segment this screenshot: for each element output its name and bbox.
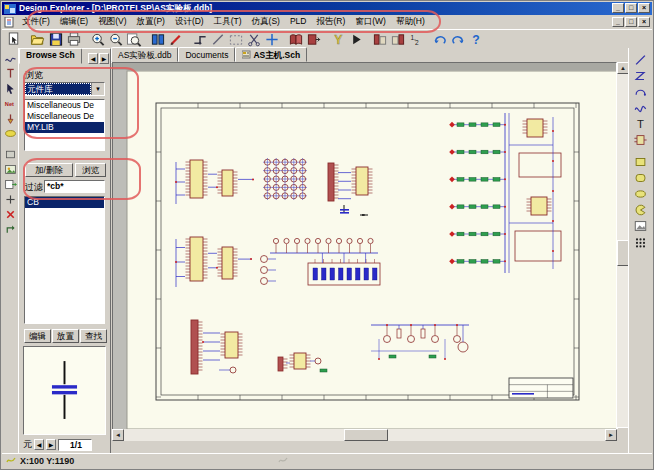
- menu-item-1[interactable]: 编辑(E): [55, 15, 93, 30]
- bezier-icon[interactable]: [633, 101, 648, 115]
- sheet-doc-icon: [242, 50, 251, 59]
- minimize-button[interactable]: _: [612, 3, 624, 13]
- move-icon[interactable]: [264, 32, 280, 47]
- menu-item-6[interactable]: 仿真(S): [247, 15, 285, 30]
- component-list[interactable]: CB: [24, 196, 105, 324]
- zoom-out-icon[interactable]: [108, 32, 124, 47]
- place-component-button[interactable]: 放置: [52, 329, 79, 343]
- title-bar: Design Explorer - [D:\PROTELSP\AS实验板.ddb…: [2, 2, 652, 15]
- child-minimize-button[interactable]: _: [612, 17, 624, 27]
- wire-cross-icon[interactable]: [192, 32, 208, 47]
- list-item[interactable]: CB: [25, 197, 104, 208]
- text-icon[interactable]: T: [633, 117, 648, 131]
- image-icon[interactable]: [4, 163, 17, 176]
- pie-icon[interactable]: [633, 203, 648, 217]
- array-icon[interactable]: [633, 235, 648, 249]
- undo-icon[interactable]: [432, 32, 448, 47]
- wiring-toolbar: Net: [2, 48, 18, 454]
- menu-item-4[interactable]: 设计(D): [170, 15, 209, 30]
- line-tool-icon[interactable]: [633, 53, 648, 67]
- rect-icon[interactable]: [4, 148, 17, 161]
- edit-component-button[interactable]: 编辑: [24, 329, 51, 343]
- close-button[interactable]: ×: [638, 3, 650, 13]
- schematic-canvas[interactable]: [112, 62, 617, 439]
- horizontal-scrollbar[interactable]: ◄ ►: [112, 429, 617, 441]
- lib-b-icon[interactable]: [390, 32, 406, 47]
- list-item[interactable]: Miscellaneous De: [25, 100, 104, 111]
- rect-tool-icon[interactable]: [633, 155, 648, 169]
- doc-pointer-icon[interactable]: [6, 32, 22, 47]
- browse-mode-dropdown[interactable]: 元件库 ▼: [24, 82, 105, 96]
- restore-button[interactable]: □: [625, 3, 637, 13]
- main-toolbar: Y1,2?: [2, 29, 652, 49]
- bus-entry-icon[interactable]: [4, 67, 17, 80]
- port-icon[interactable]: [4, 112, 17, 125]
- lib-a-icon[interactable]: [372, 32, 388, 47]
- part-icon[interactable]: [633, 133, 648, 147]
- rotate-icon[interactable]: [4, 223, 17, 236]
- toolbar-separator: [323, 32, 329, 46]
- browse-library-button[interactable]: 浏览: [75, 163, 106, 177]
- book-next-icon[interactable]: [306, 32, 322, 47]
- delete-icon[interactable]: [4, 208, 17, 221]
- document-icon[interactable]: [4, 17, 15, 28]
- menu-item-3[interactable]: 放置(P): [132, 15, 170, 30]
- status-secondary-icon: [278, 456, 288, 466]
- list-item[interactable]: Miscellaneous De: [25, 111, 104, 122]
- doc-tab-0[interactable]: AS实验板.ddb: [111, 47, 178, 62]
- graphic-icon[interactable]: [633, 219, 648, 233]
- filter-icon[interactable]: Y: [330, 32, 346, 47]
- zoom-in-icon[interactable]: [90, 32, 106, 47]
- menu-item-5[interactable]: 工具(T): [209, 15, 247, 30]
- scroll-right-icon[interactable]: ►: [605, 429, 617, 441]
- ellipse-icon[interactable]: [633, 187, 648, 201]
- print-icon[interactable]: [66, 32, 82, 47]
- find-component-button[interactable]: 查找: [80, 329, 107, 343]
- wire-icon[interactable]: [4, 52, 17, 65]
- cross-icon[interactable]: [4, 193, 17, 206]
- list-item[interactable]: MY.LIB: [25, 122, 104, 133]
- menu-item-9[interactable]: 窗口(W): [350, 15, 391, 30]
- open-icon[interactable]: [30, 32, 46, 47]
- cursor-icon[interactable]: [4, 82, 17, 95]
- no-erc-icon[interactable]: [4, 127, 17, 140]
- toolbar-separator: [143, 32, 149, 46]
- menu-item-2[interactable]: 视图(V): [93, 15, 131, 30]
- horizontal-scroll-thumb[interactable]: [344, 429, 388, 441]
- run-icon[interactable]: [348, 32, 364, 47]
- sheet-symbol-icon[interactable]: [4, 178, 17, 191]
- annotate-icon[interactable]: 1,2: [408, 32, 424, 47]
- child-close-button[interactable]: ×: [638, 17, 650, 27]
- menu-item-0[interactable]: 文件(F): [17, 15, 55, 30]
- chevron-down-icon[interactable]: ▼: [91, 83, 104, 95]
- polyline-icon[interactable]: [633, 69, 648, 83]
- edit-pen-icon[interactable]: [168, 32, 184, 47]
- round-rect-icon[interactable]: [633, 171, 648, 185]
- menu-item-8[interactable]: 报告(R): [311, 15, 350, 30]
- net-label-icon[interactable]: Net: [4, 97, 17, 110]
- menu-item-10[interactable]: 帮助(H): [391, 15, 430, 30]
- redo-icon[interactable]: [450, 32, 466, 47]
- add-remove-library-button[interactable]: 加/删除: [25, 163, 73, 177]
- part-next-button[interactable]: ▶: [46, 439, 56, 450]
- filter-input[interactable]: *cb*: [44, 180, 105, 193]
- book-open-icon[interactable]: [288, 32, 304, 47]
- part-prev-button[interactable]: ◀: [34, 439, 44, 450]
- arc-icon[interactable]: [633, 85, 648, 99]
- panel-tab-prev-button[interactable]: ◀: [88, 53, 98, 64]
- cut-icon[interactable]: [246, 32, 262, 47]
- child-restore-button[interactable]: □: [625, 17, 637, 27]
- zoom-all-icon[interactable]: [126, 32, 142, 47]
- menu-item-7[interactable]: PLD: [285, 15, 312, 30]
- tab-browse-sch[interactable]: Browse Sch: [19, 48, 82, 64]
- scroll-left-icon[interactable]: ◄: [112, 429, 124, 441]
- save-icon[interactable]: [48, 32, 64, 47]
- doc-tab-2[interactable]: AS主机.Sch: [235, 47, 307, 62]
- help-icon[interactable]: ?: [468, 32, 484, 47]
- browse-components-icon[interactable]: [150, 32, 166, 47]
- library-list[interactable]: Miscellaneous DeMiscellaneous DeMY.LIB: [24, 99, 105, 151]
- line-icon[interactable]: [210, 32, 226, 47]
- dashed-rect-icon[interactable]: [228, 32, 244, 47]
- doc-tab-1[interactable]: Documents: [178, 47, 235, 62]
- panel-tab-next-button[interactable]: ▶: [99, 53, 109, 64]
